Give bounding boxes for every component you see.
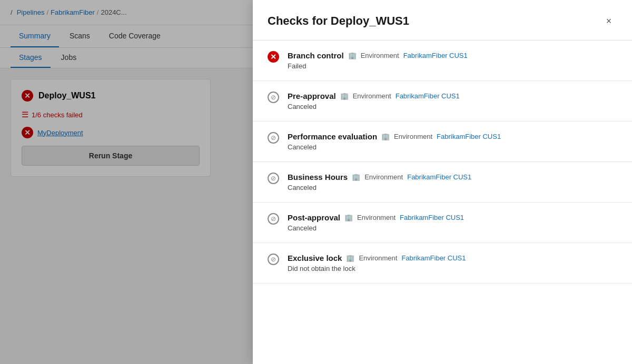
check-name: Branch control xyxy=(288,51,344,60)
check-name-row: Pre-approval🏢EnvironmentFabrikamFiber CU… xyxy=(288,92,460,100)
check-item: ✕Branch control🏢EnvironmentFabrikamFiber… xyxy=(253,41,632,81)
environment-link[interactable]: FabrikamFiber CUS1 xyxy=(403,52,468,59)
environment-icon: 🏢 xyxy=(348,52,357,59)
check-info: Pre-approval🏢EnvironmentFabrikamFiber CU… xyxy=(288,92,460,110)
check-info: Performance evaluation🏢EnvironmentFabrik… xyxy=(288,132,501,151)
modal-header: Checks for Deploy_WUS1 × xyxy=(253,0,632,41)
check-canceled-icon: ⊘ xyxy=(268,173,279,184)
check-error-icon: ✕ xyxy=(268,51,279,63)
check-item: ⊘Exclusive lock🏢EnvironmentFabrikamFiber… xyxy=(253,243,632,284)
environment-icon: 🏢 xyxy=(340,92,349,100)
close-button[interactable]: × xyxy=(600,13,617,29)
check-name-row: Branch control🏢EnvironmentFabrikamFiber … xyxy=(288,51,468,60)
environment-link[interactable]: FabrikamFiber CUS1 xyxy=(437,133,501,140)
environment-label: Environment xyxy=(361,52,399,59)
check-info: Business Hours🏢EnvironmentFabrikamFiber … xyxy=(288,173,471,191)
check-item: ⊘Pre-approval🏢EnvironmentFabrikamFiber C… xyxy=(253,81,632,122)
check-canceled-icon: ⊘ xyxy=(268,132,279,144)
check-name: Pre-approval xyxy=(288,92,336,100)
environment-label: Environment xyxy=(394,133,432,140)
environment-label: Environment xyxy=(359,254,397,262)
checks-modal: Checks for Deploy_WUS1 × ✕Branch control… xyxy=(253,0,632,364)
environment-icon: 🏢 xyxy=(352,173,360,181)
environment-icon: 🏢 xyxy=(381,133,390,140)
environment-link[interactable]: FabrikamFiber CUS1 xyxy=(396,92,460,100)
check-name-row: Business Hours🏢EnvironmentFabrikamFiber … xyxy=(288,173,471,181)
check-item: ⊘Business Hours🏢EnvironmentFabrikamFiber… xyxy=(253,162,632,203)
checks-list: ✕Branch control🏢EnvironmentFabrikamFiber… xyxy=(253,41,632,364)
check-status: Canceled xyxy=(288,103,460,110)
environment-icon: 🏢 xyxy=(346,254,354,262)
check-info: Exclusive lock🏢EnvironmentFabrikamFiber … xyxy=(288,254,466,272)
check-status: Did not obtain the lock xyxy=(288,265,466,272)
check-status: Failed xyxy=(288,62,468,70)
environment-label: Environment xyxy=(364,173,403,181)
check-name-row: Exclusive lock🏢EnvironmentFabrikamFiber … xyxy=(288,254,466,262)
environment-label: Environment xyxy=(357,214,396,221)
environment-link[interactable]: FabrikamFiber CUS1 xyxy=(401,254,466,262)
modal-title: Checks for Deploy_WUS1 xyxy=(268,14,409,28)
check-canceled-icon: ⊘ xyxy=(268,213,279,225)
environment-label: Environment xyxy=(353,92,391,100)
check-status: Canceled xyxy=(288,224,464,232)
environment-link[interactable]: FabrikamFiber CUS1 xyxy=(400,214,464,221)
check-canceled-icon: ⊘ xyxy=(268,254,279,265)
check-name: Performance evaluation xyxy=(288,132,377,141)
check-name-row: Post-approval🏢EnvironmentFabrikamFiber C… xyxy=(288,213,464,222)
check-item: ⊘Post-approval🏢EnvironmentFabrikamFiber … xyxy=(253,203,632,243)
check-name: Exclusive lock xyxy=(288,254,342,262)
check-name: Business Hours xyxy=(288,173,348,181)
check-canceled-icon: ⊘ xyxy=(268,92,279,103)
environment-icon: 🏢 xyxy=(344,214,353,221)
check-status: Canceled xyxy=(288,143,501,151)
check-info: Post-approval🏢EnvironmentFabrikamFiber C… xyxy=(288,213,464,232)
check-name: Post-approval xyxy=(288,213,340,222)
environment-link[interactable]: FabrikamFiber CUS1 xyxy=(407,173,471,181)
check-info: Branch control🏢EnvironmentFabrikamFiber … xyxy=(288,51,468,70)
check-item: ⊘Performance evaluation🏢EnvironmentFabri… xyxy=(253,122,632,162)
check-status: Canceled xyxy=(288,184,471,191)
check-name-row: Performance evaluation🏢EnvironmentFabrik… xyxy=(288,132,501,141)
